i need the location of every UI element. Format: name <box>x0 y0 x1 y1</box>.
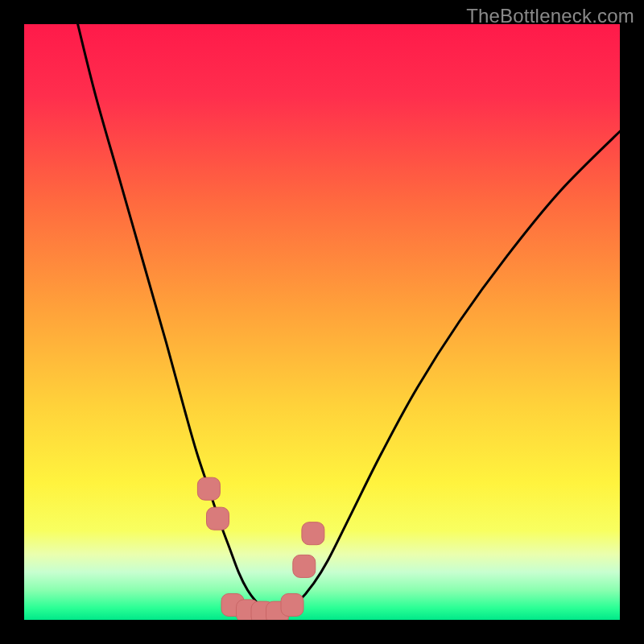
curve-right <box>275 131 620 613</box>
curves-layer <box>24 24 620 620</box>
data-marker <box>302 522 324 545</box>
data-marker <box>207 507 229 530</box>
data-marker <box>293 555 316 577</box>
data-marker <box>281 594 303 617</box>
watermark-text: TheBottleneck.com <box>466 5 634 27</box>
plot-area <box>24 24 620 620</box>
data-marker <box>197 477 220 500</box>
marker-group <box>197 477 324 620</box>
chart-frame: TheBottleneck.com <box>0 0 644 644</box>
curve-left <box>78 24 275 614</box>
